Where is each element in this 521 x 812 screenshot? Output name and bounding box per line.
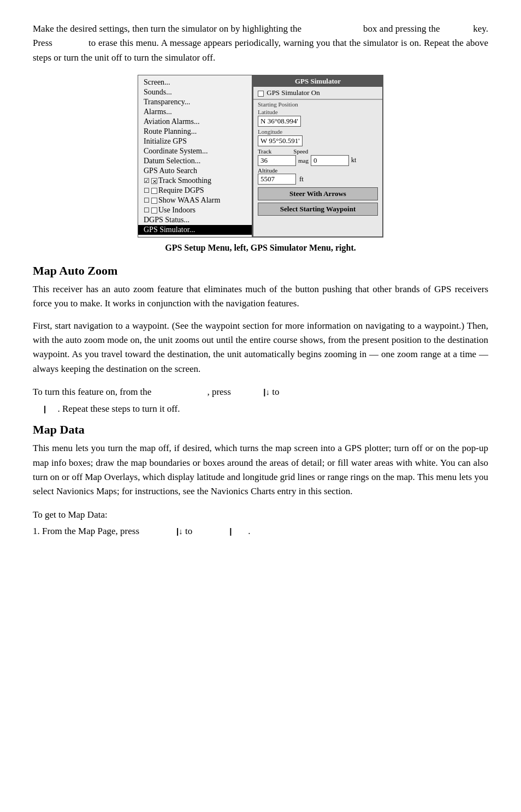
map-auto-zoom-heading: Map Auto Zoom — [33, 264, 488, 278]
track-field[interactable]: 36 — [258, 155, 296, 166]
menu-item-aviation-alarms[interactable]: Aviation Alarms... — [138, 117, 252, 127]
simulator-title: GPS Simulator — [253, 76, 382, 87]
menu-item-use-indoors[interactable]: Use Indoors — [138, 205, 252, 215]
menu-item-gps-auto-search[interactable]: GPS Auto Search — [138, 166, 252, 176]
latitude-label: Latitude — [253, 108, 382, 115]
gps-sim-on-label: GPS Simulator On — [267, 88, 320, 97]
speed-unit-label: kt — [351, 156, 356, 164]
steer-with-arrows-button[interactable]: Steer With Arrows — [258, 187, 378, 200]
gps-simulator-menu: GPS Simulator GPS Simulator On Starting … — [252, 75, 383, 238]
track-speed-field-row: 36 mag 0 kt — [253, 155, 382, 167]
intro-paragraph: Make the desired settings, then turn the… — [33, 22, 488, 65]
menu-item-route-planning[interactable]: Route Planning... — [138, 127, 252, 137]
repeat-line: | . Repeat these steps to turn it off. — [33, 404, 180, 414]
track-column-label: Track — [258, 148, 271, 155]
latitude-field[interactable]: N 36°08.994' — [258, 116, 301, 127]
use-indoors-checkbox[interactable] — [151, 208, 157, 214]
menu-item-initialize-gps[interactable]: Initialize GPS — [138, 137, 252, 146]
gps-setup-menu: Screen... Sounds... Transparency... Alar… — [138, 75, 252, 238]
menu-item-sounds[interactable]: Sounds... — [138, 87, 252, 97]
menu-item-coordinate-system[interactable]: Coordinate System... — [138, 146, 252, 156]
menus-caption: GPS Setup Menu, left, GPS Simulator Menu… — [33, 243, 488, 253]
altitude-label: Altitude — [258, 167, 378, 174]
mag-label: mag — [298, 157, 309, 164]
menu-item-show-waas[interactable]: Show WAAS Alarm — [138, 195, 252, 205]
gps-sim-on-checkbox[interactable] — [258, 91, 264, 97]
map-auto-zoom-para1: This receiver has an auto zoom feature t… — [33, 282, 488, 311]
require-dgps-checkbox[interactable] — [151, 188, 157, 194]
altitude-unit-label: ft — [299, 175, 304, 183]
menu-item-gps-simulator[interactable]: GPS Simulator... — [138, 225, 252, 235]
longitude-field-row: W 95°50.591' — [253, 135, 382, 147]
map-data-heading: Map Data — [33, 423, 488, 437]
menu-item-dgps-status[interactable]: DGPS Status... — [138, 215, 252, 225]
menu-item-require-dgps[interactable]: Require DGPS — [138, 186, 252, 195]
speed-column-label: Speed — [293, 148, 308, 155]
track-speed-labels: Track Speed — [253, 147, 382, 155]
longitude-field[interactable]: W 95°50.591' — [258, 135, 303, 146]
map-auto-zoom-para2: First, start navigation to a waypoint. (… — [33, 319, 488, 376]
menu-item-datum-selection[interactable]: Datum Selection... — [138, 156, 252, 166]
show-waas-checkbox[interactable] — [151, 198, 157, 204]
select-starting-waypoint-button[interactable]: Select Starting Waypoint — [258, 203, 378, 216]
speed-field[interactable]: 0 — [311, 155, 349, 166]
menu-item-alarms[interactable]: Alarms... — [138, 107, 252, 117]
altitude-field[interactable]: 5507 — [258, 174, 296, 185]
menu-item-transparency[interactable]: Transparency... — [138, 97, 252, 107]
menus-container: Screen... Sounds... Transparency... Alar… — [33, 75, 488, 238]
altitude-section: Altitude 5507 ft — [253, 167, 382, 185]
track-smoothing-checkbox[interactable] — [151, 178, 157, 184]
menu-item-screen[interactable]: Screen... — [138, 78, 252, 87]
map-data-para1: This menu lets you turn the map off, if … — [33, 441, 488, 499]
menu-item-track-smoothing[interactable]: Track Smoothing — [138, 176, 252, 186]
latitude-field-row: N 36°08.994' — [253, 115, 382, 127]
gps-sim-on-checkbox-row[interactable]: GPS Simulator On — [253, 87, 382, 99]
to-get-label: To get to Map Data: — [33, 507, 488, 524]
longitude-label: Longitude — [253, 127, 382, 135]
starting-position-label: Starting Position — [253, 99, 382, 108]
step1-line: 1. From the Map Page, press |↓ to | . — [33, 523, 488, 540]
turn-on-line: To turn this feature on, from the , pres… — [33, 384, 488, 417]
